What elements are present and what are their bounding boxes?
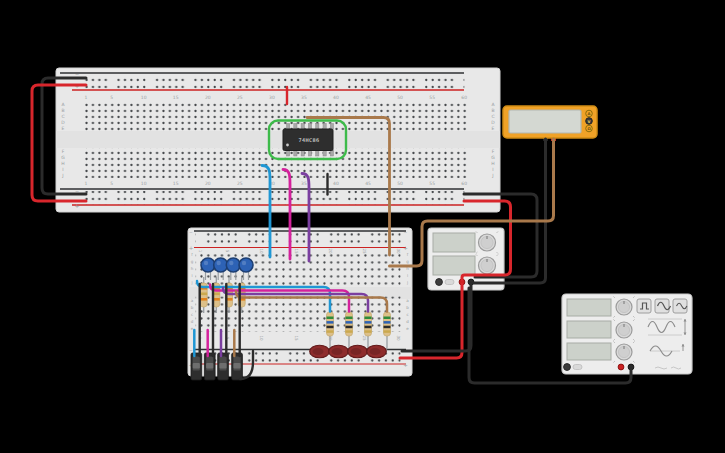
multimeter-amps-label: A bbox=[588, 111, 591, 116]
board-label: h bbox=[191, 266, 194, 271]
multimeter-screen bbox=[509, 110, 581, 133]
circuit-canvas: 1155101015152020252530303535404045455050… bbox=[0, 0, 725, 453]
board-label: J bbox=[491, 173, 493, 178]
board-label: C bbox=[61, 114, 64, 119]
board-label: g bbox=[191, 259, 194, 264]
board-label: b bbox=[406, 305, 409, 310]
column-label: 60 bbox=[461, 95, 467, 100]
column-label: 55 bbox=[429, 95, 435, 100]
plus-mark: + bbox=[403, 362, 408, 368]
board-label: j bbox=[406, 280, 408, 285]
plus-mark: + bbox=[403, 245, 408, 251]
psu-power-label-pill bbox=[445, 280, 454, 285]
board-label: B bbox=[491, 108, 494, 113]
multimeter[interactable]: A V Ω bbox=[503, 106, 597, 141]
fngen-display-amplitude bbox=[567, 321, 611, 338]
board-label: j bbox=[190, 280, 192, 285]
column-label: 10 bbox=[141, 95, 147, 100]
board-label: c bbox=[191, 312, 193, 317]
board-label: I bbox=[492, 167, 493, 172]
board-label: i bbox=[407, 273, 408, 278]
column-label: 60 bbox=[461, 181, 467, 186]
column-label: 5 bbox=[110, 181, 113, 186]
psu-display-current bbox=[433, 256, 475, 275]
chip-label: 74HC86 bbox=[298, 137, 319, 143]
led[interactable] bbox=[367, 345, 387, 358]
plus-mark: + bbox=[189, 245, 194, 251]
power-supply[interactable] bbox=[428, 228, 504, 290]
minus-mark: − bbox=[189, 230, 193, 235]
board-label: G bbox=[491, 155, 495, 160]
board-label: J bbox=[61, 173, 63, 178]
minus-mark: − bbox=[404, 230, 408, 235]
column-label: 35 bbox=[301, 95, 307, 100]
fngen-sine-wave-button[interactable] bbox=[655, 299, 669, 313]
chip-pin1-dot bbox=[286, 144, 289, 147]
led[interactable] bbox=[348, 345, 368, 358]
column-label: 15 bbox=[173, 95, 179, 100]
column-label: 40 bbox=[333, 181, 339, 186]
big-breadboard[interactable]: 1155101015152020252530303535404045455050… bbox=[56, 68, 500, 212]
board-label: c bbox=[406, 312, 408, 317]
column-label: 20 bbox=[205, 95, 211, 100]
board-label: D bbox=[61, 120, 65, 125]
column-label: 5 bbox=[110, 95, 113, 100]
led[interactable] bbox=[310, 345, 330, 358]
minus-mark: − bbox=[75, 71, 79, 77]
hole-grid bbox=[83, 101, 468, 131]
column-label: 30 bbox=[396, 248, 401, 254]
board-label: D bbox=[491, 120, 495, 125]
column-label: 40 bbox=[333, 95, 339, 100]
hole-grid bbox=[83, 191, 465, 205]
function-generator[interactable] bbox=[562, 294, 692, 374]
board-label: F bbox=[62, 149, 65, 154]
column-label: 50 bbox=[397, 181, 403, 186]
psu-power-button[interactable] bbox=[436, 279, 443, 286]
column-label: 15 bbox=[173, 181, 179, 186]
hole-grid bbox=[83, 148, 468, 178]
fngen-power-button[interactable] bbox=[564, 364, 571, 371]
hole-grid bbox=[196, 233, 401, 247]
board-label: d bbox=[191, 319, 194, 324]
board-label: B bbox=[61, 108, 64, 113]
fngen-display-frequency bbox=[567, 299, 611, 316]
fngen-sine-small-button[interactable] bbox=[673, 299, 687, 313]
column-label: 30 bbox=[269, 95, 275, 100]
slide-switch[interactable] bbox=[232, 353, 243, 380]
board-label: E bbox=[492, 126, 495, 131]
board-label: H bbox=[61, 161, 64, 166]
column-label: 1 bbox=[85, 95, 88, 100]
board-label: d bbox=[406, 319, 409, 324]
column-label: 10 bbox=[141, 181, 147, 186]
column-label: 10 bbox=[259, 335, 264, 341]
column-label: 45 bbox=[365, 95, 371, 100]
minus-mark: − bbox=[189, 348, 193, 353]
psu-display-voltage bbox=[433, 233, 475, 252]
column-label: 20 bbox=[328, 248, 333, 254]
board-label: C bbox=[491, 114, 494, 119]
column-label: 55 bbox=[429, 181, 435, 186]
column-label: 20 bbox=[205, 181, 211, 186]
fngen-positive-terminal[interactable] bbox=[618, 364, 624, 370]
board-label: E bbox=[62, 126, 65, 131]
fngen-square-wave-button[interactable] bbox=[637, 299, 651, 313]
column-label: 25 bbox=[237, 95, 243, 100]
column-label: 35 bbox=[301, 181, 307, 186]
fngen-power-label-pill bbox=[573, 365, 582, 370]
big-breadboard-center-gap bbox=[56, 131, 500, 148]
column-label: 1 bbox=[85, 181, 88, 186]
plus-mark: + bbox=[74, 202, 79, 209]
column-label: 1 bbox=[198, 250, 203, 253]
board-label: g bbox=[406, 259, 409, 264]
fngen-display-offset bbox=[567, 343, 611, 360]
column-label: 30 bbox=[396, 335, 401, 341]
board-label: b bbox=[191, 305, 194, 310]
column-label: 25 bbox=[362, 335, 367, 341]
column-label: 25 bbox=[362, 248, 367, 254]
hole-grid bbox=[83, 75, 465, 89]
board-label: I bbox=[62, 167, 63, 172]
board-label: G bbox=[61, 155, 65, 160]
column-label: 25 bbox=[237, 181, 243, 186]
led[interactable] bbox=[329, 345, 349, 358]
column-label: 15 bbox=[294, 248, 299, 254]
